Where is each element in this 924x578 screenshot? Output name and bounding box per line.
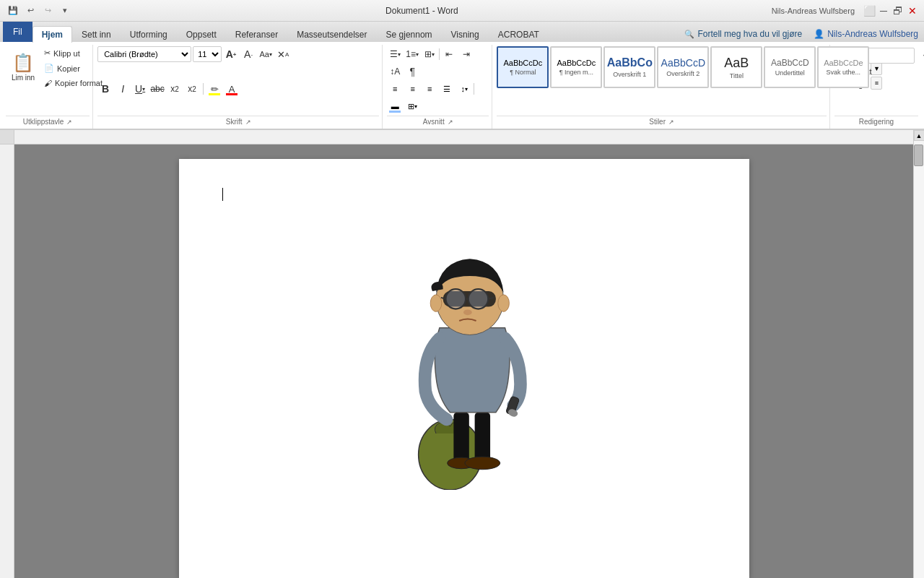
ruler-corner (0, 130, 14, 144)
clipboard-expand-icon[interactable]: ↗ (66, 118, 72, 126)
show-marks-button[interactable]: ¶ (404, 64, 420, 79)
increase-indent-button[interactable]: ⇥ (458, 46, 474, 62)
style-heading1-label: Overskrift 1 (613, 71, 646, 78)
font-label[interactable]: Skrift ↗ (97, 116, 379, 127)
justify-button[interactable]: ☰ (439, 81, 455, 97)
paste-icon: 📋 (12, 53, 34, 73)
font-row-2: B I U▾ abc x2 x2 ✏ A (97, 81, 240, 97)
minimize-button[interactable]: ─ (878, 5, 889, 17)
clipboard-label[interactable]: Utklippstavle ↗ (6, 116, 90, 127)
redo-button[interactable]: ↪ (40, 4, 55, 18)
share-button[interactable]: 👤 Nils-Andreas Wulfsberg (808, 26, 924, 42)
strikethrough-button[interactable]: abc (149, 81, 165, 97)
scroll-up-button[interactable]: ▲ (914, 130, 925, 141)
shading-button[interactable]: ▬ (387, 98, 403, 114)
close-button[interactable]: ✕ (907, 5, 918, 17)
tab-design[interactable]: Utforming (121, 26, 177, 43)
para-row-2: ≡ ≡ ≡ ☰ ↕▾ ▬ ⊞▾ (387, 81, 489, 114)
document-area: ▲ ▼ (0, 130, 924, 578)
change-case-button[interactable]: Aa▾ (258, 46, 274, 62)
superscript-button[interactable]: x2 (184, 81, 200, 97)
borders-button[interactable]: ⊞▾ (404, 98, 420, 114)
bullets-button[interactable]: ☰▾ (387, 46, 403, 62)
style-subtle-preview: AaBbCcDe (824, 59, 863, 67)
ribbon-tabs: Fil Hjem Sett inn Utforming Oppsett Refe… (0, 22, 924, 42)
align-center-button[interactable]: ≡ (404, 81, 420, 97)
style-subtitle-label: Undertittel (775, 69, 805, 77)
tab-review[interactable]: Se gjennom (377, 26, 442, 43)
tab-mailings[interactable]: Masseutsendelser (287, 26, 376, 43)
para-sep2 (474, 83, 474, 95)
align-right-button[interactable]: ≡ (422, 81, 437, 97)
align-left-button[interactable]: ≡ (387, 81, 403, 97)
document-scroll-area[interactable] (14, 144, 913, 578)
style-no-spacing[interactable]: AaBbCcDc ¶ Ingen m... (550, 46, 602, 88)
left-panel (0, 130, 14, 578)
style-heading2[interactable]: AaBbCcD Overskrift 2 (657, 46, 709, 88)
save-button[interactable]: 💾 (6, 4, 20, 18)
help-box[interactable]: 🔍 Fortell meg hva du vil gjøre (679, 26, 808, 42)
undo-button[interactable]: ↩ (23, 4, 38, 18)
scroll-track[interactable] (914, 141, 924, 578)
style-title-label: Tittel (730, 72, 744, 79)
paste-button[interactable]: 📋 Lim inn (6, 46, 40, 88)
font-separator (203, 83, 204, 95)
font-row-1: Calibri (Brødte) 11 A+ A- Aa▾ ✕A (97, 46, 291, 62)
font-color-button[interactable]: A (224, 81, 240, 97)
paragraph-expand-icon[interactable]: ↗ (448, 118, 453, 126)
line-spacing-button[interactable]: ↕▾ (456, 81, 472, 97)
paragraph-label[interactable]: Avsnitt ↗ (387, 116, 489, 127)
search-expand-button[interactable]: ▾ (918, 48, 924, 64)
horizontal-ruler (14, 130, 913, 144)
editing-label: Redigering (834, 116, 918, 127)
sort-button[interactable]: ↕A (387, 64, 403, 79)
svg-point-16 (468, 290, 487, 308)
share-icon: 👤 (814, 29, 824, 39)
style-title[interactable]: AaB Tittel (710, 46, 762, 88)
tab-insert[interactable]: Sett inn (72, 26, 121, 43)
svg-point-15 (446, 290, 464, 308)
tab-references[interactable]: Referanser (226, 26, 287, 43)
format-painter-icon: 🖌 (44, 79, 52, 87)
right-scrollbar[interactable]: ▲ ▼ (913, 130, 924, 578)
style-no-spacing-preview: AaBbCcDc (557, 59, 596, 67)
font-grow-button[interactable]: A+ (223, 46, 239, 62)
style-subtle[interactable]: AaBbCcDe Svak uthe... (817, 46, 869, 88)
scroll-thumb[interactable] (914, 144, 923, 166)
font-content: Calibri (Brødte) 11 A+ A- Aa▾ ✕A B I U▾ … (97, 46, 379, 114)
thief-illustration (381, 208, 547, 490)
title-bar-controls: Nils-Andreas Wulfsberg ⬜ ─ 🗗 ✕ (772, 5, 918, 17)
restore-button[interactable]: 🗗 (892, 5, 904, 17)
font-size-select[interactable]: 11 (193, 46, 222, 62)
underline-button[interactable]: U▾ (132, 81, 148, 97)
style-subtitle[interactable]: AaBbCcD Undertittel (764, 46, 816, 88)
customize-button[interactable]: ▾ (58, 4, 72, 18)
subscript-button[interactable]: x2 (167, 81, 183, 97)
tab-file[interactable]: Fil (3, 22, 32, 42)
style-normal[interactable]: AaBbCcDc ¶ Normal (497, 46, 549, 88)
decrease-indent-button[interactable]: ⇤ (441, 46, 457, 62)
style-heading1[interactable]: AaBbCo Overskrift 1 (603, 46, 655, 88)
svg-point-19 (497, 295, 509, 311)
font-family-select[interactable]: Calibri (Brødte) (97, 46, 191, 62)
shading-icon: ▬ (391, 102, 399, 111)
numbering-button[interactable]: 1≡▾ (404, 46, 420, 62)
svg-point-17 (463, 309, 472, 315)
clear-formatting-button[interactable]: ✕A (275, 46, 291, 62)
multilevel-button[interactable]: ⊞▾ (422, 46, 437, 62)
styles-expand-icon[interactable]: ↗ (668, 118, 674, 126)
text-highlight-button[interactable]: ✏ (206, 81, 222, 97)
tab-view[interactable]: Visning (442, 26, 489, 43)
bold-button[interactable]: B (97, 81, 113, 97)
vertical-ruler (0, 144, 14, 578)
styles-label[interactable]: Stiler ↗ (497, 116, 827, 127)
tab-acrobat[interactable]: ACROBAT (489, 26, 549, 43)
italic-button[interactable]: I (115, 81, 131, 97)
document-page[interactable] (179, 159, 749, 578)
font-expand-icon[interactable]: ↗ (245, 118, 251, 126)
tab-layout[interactable]: Oppsett (177, 26, 226, 43)
tab-home[interactable]: Hjem (32, 26, 72, 43)
ribbon-collapse-button[interactable]: ⬜ (863, 5, 875, 17)
font-shrink-button[interactable]: A- (240, 46, 256, 62)
text-cursor (222, 188, 223, 201)
